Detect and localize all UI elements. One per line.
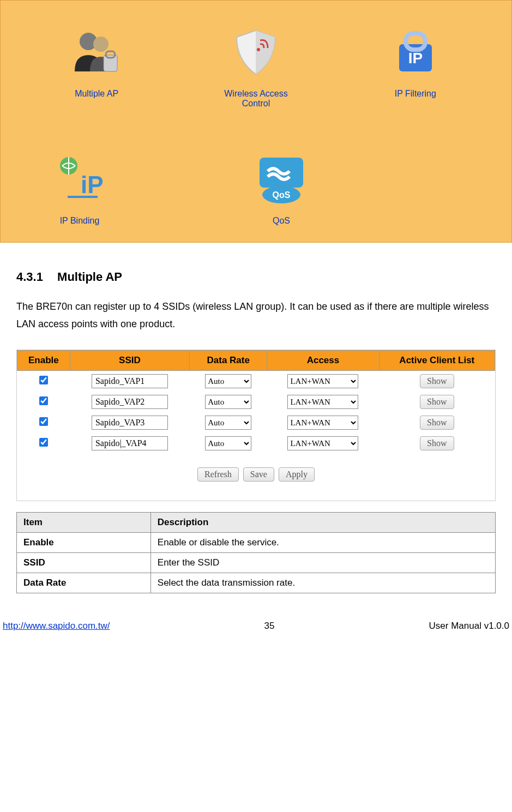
svg-point-1: [93, 37, 109, 52]
ip-globe-icon: iP: [50, 149, 110, 209]
svg-text:QoS: QoS: [273, 190, 291, 200]
footer-url[interactable]: http://www.sapido.com.tw/: [3, 621, 110, 631]
ip-lock-icon: IP: [385, 22, 445, 82]
desc-text: Enable or disable the service.: [150, 532, 495, 552]
section-paragraph: The BRE70n can register up to 4 SSIDs (w…: [16, 298, 496, 333]
section-title: Multiple AP: [57, 270, 122, 284]
icon-item-ip-filtering[interactable]: IP IP Filtering: [369, 22, 462, 109]
page-number: 35: [264, 621, 275, 631]
col-active: Active Client List: [379, 350, 495, 370]
desc-item: SSID: [17, 552, 151, 573]
show-button[interactable]: Show: [420, 374, 454, 388]
show-button[interactable]: Show: [420, 395, 454, 409]
save-button[interactable]: Save: [243, 467, 274, 482]
ssid-header-row: Enable SSID Data Rate Access Active Clie…: [17, 350, 495, 370]
manual-version: User Manual v1.0.0: [429, 621, 509, 631]
show-button[interactable]: Show: [420, 416, 454, 430]
multiple-ap-icon: [67, 22, 127, 82]
ssid-panel: Enable SSID Data Rate Access Active Clie…: [16, 350, 496, 501]
ssid-input[interactable]: [92, 395, 168, 409]
icon-label: IP Filtering: [395, 89, 436, 99]
desc-row: SSIDEnter the SSID: [17, 552, 496, 573]
refresh-button[interactable]: Refresh: [197, 467, 239, 482]
ssid-row: Auto LAN+WAN Show: [17, 392, 495, 412]
content-section: 4.3.1 Multiple AP The BRE70n can registe…: [0, 243, 512, 604]
ssid-input[interactable]: [92, 416, 168, 430]
enable-checkbox[interactable]: [39, 417, 48, 426]
col-datarate: Data Rate: [190, 350, 267, 370]
icon-row-2: iP IP Binding QoS QoS: [17, 149, 495, 226]
icon-item-wireless-access[interactable]: Wireless Access Control: [209, 22, 302, 109]
datarate-select[interactable]: Auto: [205, 436, 251, 450]
desc-text: Enter the SSID: [150, 552, 495, 573]
desc-row: Data RateSelect the data transmission ra…: [17, 573, 496, 593]
datarate-select[interactable]: Auto: [205, 374, 251, 388]
icon-label: Multiple AP: [75, 89, 118, 99]
desc-item: Data Rate: [17, 573, 151, 593]
col-access: Access: [267, 350, 379, 370]
ssid-table: Enable SSID Data Rate Access Active Clie…: [17, 350, 495, 454]
col-enable: Enable: [17, 350, 70, 370]
icon-item-qos[interactable]: QoS QoS: [235, 149, 328, 226]
section-heading: 4.3.1 Multiple AP: [16, 270, 496, 284]
enable-checkbox[interactable]: [39, 438, 48, 447]
icon-label: Wireless Access Control: [209, 89, 302, 109]
qos-icon: QoS: [251, 149, 311, 209]
col-ssid: SSID: [70, 350, 189, 370]
icon-row-1: Multiple AP Wireless Access Control IP: [17, 22, 495, 109]
apply-button[interactable]: Apply: [279, 467, 315, 482]
desc-item: Enable: [17, 532, 151, 552]
icon-item-ip-binding[interactable]: iP IP Binding: [33, 149, 126, 226]
ssid-input[interactable]: [92, 374, 168, 388]
icon-item-multiple-ap[interactable]: Multiple AP: [50, 22, 143, 109]
svg-point-4: [257, 48, 260, 51]
access-select[interactable]: LAN+WAN: [287, 436, 358, 450]
action-bar: Refresh Save Apply: [17, 454, 495, 501]
icon-label: IP Binding: [60, 216, 100, 226]
desc-col-desc: Description: [150, 512, 495, 532]
svg-rect-10: [68, 196, 98, 198]
ssid-row: Auto LAN+WAN Show: [17, 412, 495, 433]
datarate-select[interactable]: Auto: [205, 416, 251, 430]
access-select[interactable]: LAN+WAN: [287, 416, 358, 430]
section-number: 4.3.1: [16, 270, 43, 284]
description-table: Item Description EnableEnable or disable…: [16, 512, 496, 593]
svg-text:iP: iP: [81, 171, 104, 198]
show-button[interactable]: Show: [420, 436, 454, 450]
svg-text:IP: IP: [408, 50, 423, 67]
ssid-input[interactable]: [92, 436, 168, 450]
shield-icon: [226, 22, 286, 82]
desc-col-item: Item: [17, 512, 151, 532]
enable-checkbox[interactable]: [39, 376, 48, 384]
ssid-row: Auto LAN+WAN Show: [17, 433, 495, 454]
enable-checkbox[interactable]: [39, 396, 48, 405]
desc-text: Select the data transmission rate.: [150, 573, 495, 593]
icon-panel: Multiple AP Wireless Access Control IP: [0, 0, 512, 243]
datarate-select[interactable]: Auto: [205, 395, 251, 409]
access-select[interactable]: LAN+WAN: [287, 374, 358, 388]
desc-row: EnableEnable or disable the service.: [17, 532, 496, 552]
ssid-row: Auto LAN+WAN Show: [17, 370, 495, 392]
page-footer: http://www.sapido.com.tw/ 35 User Manual…: [0, 604, 512, 637]
access-select[interactable]: LAN+WAN: [287, 395, 358, 409]
icon-label: QoS: [273, 216, 290, 226]
